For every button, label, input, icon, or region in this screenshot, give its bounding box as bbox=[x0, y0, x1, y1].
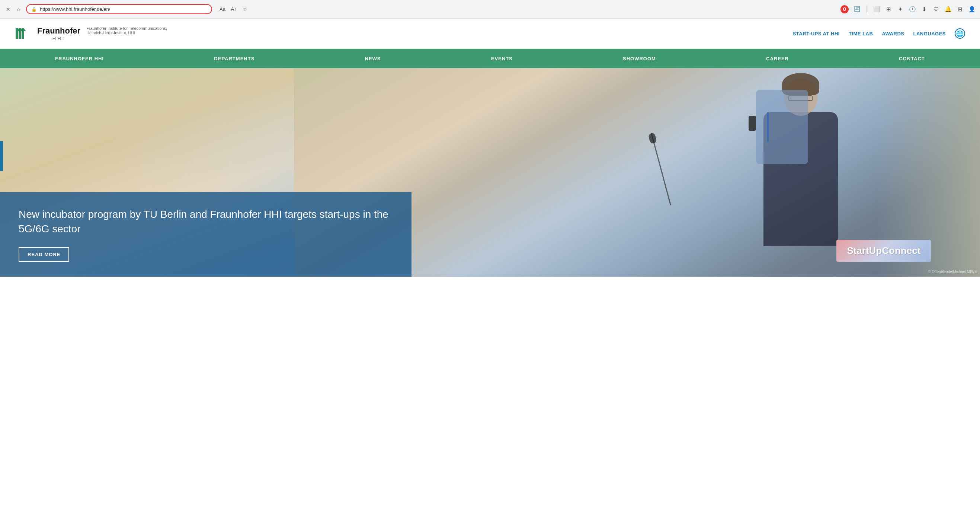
browser-chrome: ✕ ⌂ 🔒 Aa A↑ ☆ O 🔄 ⬜ ⊞ ✦ 🕐 ⬇ 🛡 🔔 ⊞ 👤 bbox=[0, 0, 980, 19]
nav-departments[interactable]: DEPARTMENTS bbox=[207, 49, 262, 68]
nav-showroom[interactable]: SHOWROOM bbox=[616, 49, 663, 68]
main-nav: FRAUNHOFER HHI DEPARTMENTS NEWS EVENTS S… bbox=[0, 49, 980, 68]
person-shirt bbox=[756, 90, 808, 164]
startup-connect-banner: StartUpConnect bbox=[836, 240, 931, 262]
divider bbox=[867, 6, 867, 13]
browser-toolbar: O 🔄 ⬜ ⊞ ✦ 🕐 ⬇ 🛡 🔔 ⊞ 👤 bbox=[840, 5, 975, 13]
nav-startups[interactable]: START-UPS AT HHI bbox=[793, 31, 840, 37]
globe-icon[interactable]: 🌐 bbox=[955, 28, 965, 39]
hero-accent-bar bbox=[0, 141, 3, 171]
logo-area: Fraunhofer HHI bbox=[15, 25, 80, 43]
nav-events[interactable]: EVENTS bbox=[484, 49, 520, 68]
adblocker-icon[interactable]: 🛡 bbox=[932, 6, 940, 13]
subtitle-line1: Fraunhofer Institute for Telecommunicati… bbox=[86, 26, 167, 30]
person-body bbox=[764, 112, 838, 246]
device-in-hand bbox=[749, 116, 756, 131]
font-size-icon[interactable]: A↑ bbox=[230, 6, 237, 13]
hero-content: New incubator program by TU Berlin and F… bbox=[0, 192, 412, 277]
nav-timelab[interactable]: TIME LAB bbox=[849, 31, 873, 37]
home-button[interactable]: ⌂ bbox=[15, 6, 22, 13]
history-icon[interactable]: 🕐 bbox=[908, 6, 916, 13]
photo-credit: © Offenblende/Michael MIWE bbox=[928, 270, 977, 274]
nav-career[interactable]: CAREER bbox=[759, 49, 796, 68]
hero-section: StartUpConnect New incubator program by … bbox=[0, 68, 980, 277]
reader-icon[interactable]: ⬜ bbox=[873, 6, 880, 13]
url-input[interactable] bbox=[40, 6, 207, 12]
site-header: Fraunhofer HHI Fraunhofer Institute for … bbox=[0, 19, 980, 49]
startup-banner-text: StartUpConnect bbox=[847, 245, 921, 256]
translate-icon[interactable]: Aa bbox=[219, 6, 226, 13]
nav-awards[interactable]: AWARDS bbox=[882, 31, 904, 37]
bookmarks-icon[interactable]: ✦ bbox=[897, 6, 904, 13]
extensions-icon[interactable]: ⊞ bbox=[956, 6, 964, 13]
nav-fraunhofer-hhi[interactable]: FRAUNHOFER HHI bbox=[48, 49, 111, 68]
snapshots-icon[interactable]: ⊞ bbox=[885, 6, 892, 13]
institute-description: Fraunhofer Institute for Telecommunicati… bbox=[86, 26, 167, 35]
header-top-nav: START-UPS AT HHI TIME LAB AWARDS LANGUAG… bbox=[793, 28, 965, 39]
nav-languages[interactable]: LANGUAGES bbox=[913, 31, 946, 37]
logo-hhi-text: HHI bbox=[52, 36, 65, 41]
hero-title: New incubator program by TU Berlin and F… bbox=[19, 207, 397, 236]
logo-fraunhofer-text: Fraunhofer bbox=[37, 26, 80, 36]
address-bar[interactable]: 🔒 bbox=[26, 4, 212, 14]
bookmark-icon[interactable]: ☆ bbox=[241, 6, 248, 13]
browser-controls: ✕ ⌂ bbox=[5, 6, 22, 13]
nav-news[interactable]: NEWS bbox=[358, 49, 388, 68]
close-button[interactable]: ✕ bbox=[5, 6, 12, 13]
account-icon[interactable]: 👤 bbox=[968, 6, 975, 13]
subtitle-line2: Heinrich-Hertz-Institut, HHI bbox=[86, 30, 167, 35]
wallet-icon[interactable]: 🔄 bbox=[853, 6, 861, 13]
lock-icon: 🔒 bbox=[31, 7, 37, 12]
opera-icon: O bbox=[840, 5, 849, 13]
lanyard bbox=[767, 112, 769, 142]
downloads-icon[interactable]: ⬇ bbox=[921, 6, 928, 13]
read-more-button[interactable]: READ MORE bbox=[19, 247, 69, 262]
notifications-icon[interactable]: 🔔 bbox=[944, 6, 952, 13]
logo-text-area: Fraunhofer HHI bbox=[37, 26, 80, 41]
nav-contact[interactable]: CONTACT bbox=[891, 49, 932, 68]
fraunhofer-logo-icon bbox=[15, 25, 33, 43]
